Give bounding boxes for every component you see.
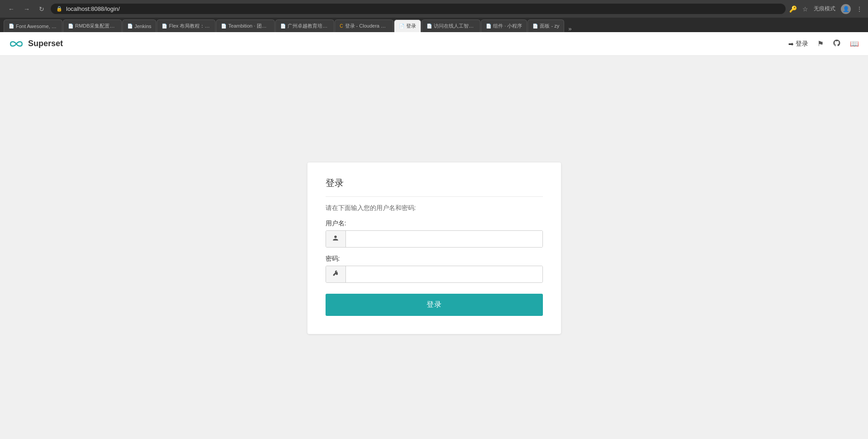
superset-logo bbox=[9, 37, 24, 51]
tab-label: RMDB采集配置列表 bbox=[75, 23, 117, 29]
username-input[interactable] bbox=[346, 231, 542, 247]
tab-icon: 📄 bbox=[68, 24, 73, 29]
github-flag-icon[interactable]: ⚑ bbox=[817, 39, 824, 48]
username-label: 用户名: bbox=[326, 220, 543, 228]
tab-label: 登录 - Cloudera M... bbox=[345, 23, 389, 29]
tab-label: 访问在线人工智能... bbox=[434, 23, 475, 29]
user-icon bbox=[332, 235, 339, 243]
header-login-link[interactable]: ➡ 登录 bbox=[788, 40, 808, 48]
star-icon[interactable]: ☆ bbox=[802, 5, 808, 13]
header-right: ➡ 登录 ⚑ 📖 bbox=[788, 39, 859, 49]
card-title: 登录 bbox=[326, 177, 543, 197]
incognito-label: 无痕模式 bbox=[814, 5, 835, 13]
browser-tabs: 📄 Font Awesome, —... 📄 RMDB采集配置列表 📄 Jenk… bbox=[0, 18, 868, 32]
password-input-wrapper bbox=[326, 266, 543, 283]
password-label: 密码: bbox=[326, 255, 543, 263]
username-icon-box bbox=[326, 231, 346, 247]
login-card: 登录 请在下面输入您的用户名和密码: 用户名: 密码: bbox=[307, 162, 561, 334]
password-icon-box bbox=[326, 266, 346, 282]
book-icon[interactable]: 📖 bbox=[850, 39, 859, 48]
profile-icon[interactable]: 👤 bbox=[841, 4, 851, 14]
tab-rmdb[interactable]: 📄 RMDB采集配置列表 bbox=[63, 19, 122, 32]
tab-icon: 📄 bbox=[280, 24, 286, 29]
tab-flex[interactable]: 📄 Flex 布局教程：语... bbox=[157, 19, 216, 32]
tab-icon: 📄 bbox=[9, 24, 14, 29]
tab-icon: 📄 bbox=[486, 24, 491, 29]
github-icon[interactable] bbox=[833, 39, 841, 49]
menu-icon[interactable]: ⋮ bbox=[856, 5, 863, 13]
tab-label: Jenkins bbox=[134, 24, 151, 29]
browser-toolbar: ← → ↻ 🔒 localhost:8088/login/ 🔑 ☆ 无痕模式 👤… bbox=[0, 0, 868, 18]
tab-font-awesome[interactable]: 📄 Font Awesome, —... bbox=[4, 19, 62, 32]
tab-label: 登录 bbox=[406, 23, 416, 29]
login-arrow-icon: ➡ bbox=[788, 40, 794, 48]
tab-icon: C bbox=[340, 24, 343, 29]
tab-icon: 📄 bbox=[532, 24, 538, 29]
tab-guangzhou[interactable]: 📄 广州卓越教育培训... bbox=[275, 19, 334, 32]
tab-icon: 📄 bbox=[221, 24, 226, 29]
card-subtitle: 请在下面输入您的用户名和密码: bbox=[326, 204, 543, 212]
password-input[interactable] bbox=[346, 266, 542, 282]
lock-icon: 🔒 bbox=[56, 6, 62, 12]
tab-label: Font Awesome, —... bbox=[16, 24, 58, 29]
tab-login-active[interactable]: 📄 登录 bbox=[394, 19, 421, 32]
back-button[interactable]: ← bbox=[5, 5, 17, 14]
tab-teambition[interactable]: 📄 Teambition · 团队... bbox=[216, 19, 275, 32]
tab-label: 组件 · 小程序 bbox=[493, 23, 522, 29]
tab-icon: 📄 bbox=[399, 24, 404, 29]
toolbar-right: 🔑 ☆ 无痕模式 👤 ⋮ bbox=[789, 4, 863, 14]
key-icon bbox=[332, 270, 339, 278]
password-manager-icon[interactable]: 🔑 bbox=[789, 5, 797, 13]
tab-icon: 📄 bbox=[162, 24, 167, 29]
username-input-wrapper bbox=[326, 230, 543, 248]
tab-label: Flex 布局教程：语... bbox=[169, 23, 211, 29]
logo-area: Superset bbox=[9, 37, 63, 51]
tab-label: Teambition · 团队... bbox=[228, 23, 270, 29]
browser-chrome: ← → ↻ 🔒 localhost:8088/login/ 🔑 ☆ 无痕模式 👤… bbox=[0, 0, 868, 32]
tab-label: 面板 - zy bbox=[540, 23, 559, 29]
tab-icon: 📄 bbox=[427, 24, 432, 29]
app-header: Superset ➡ 登录 ⚑ 📖 bbox=[0, 32, 868, 56]
username-group: 用户名: bbox=[326, 220, 543, 248]
app-title: Superset bbox=[28, 39, 63, 48]
main-content: 登录 请在下面输入您的用户名和密码: 用户名: 密码: bbox=[0, 56, 868, 439]
password-group: 密码: bbox=[326, 255, 543, 283]
login-submit-button[interactable]: 登录 bbox=[326, 294, 543, 316]
tab-jenkins[interactable]: 📄 Jenkins bbox=[122, 19, 156, 32]
tab-icon: 📄 bbox=[127, 24, 133, 29]
tab-ai[interactable]: 📄 访问在线人工智能... bbox=[422, 19, 480, 32]
tab-miniprogram[interactable]: 📄 组件 · 小程序 bbox=[481, 19, 527, 32]
tab-cloudera[interactable]: C 登录 - Cloudera M... bbox=[335, 19, 393, 32]
address-bar[interactable]: 🔒 localhost:8088/login/ bbox=[51, 4, 786, 14]
url-text: localhost:8088/login/ bbox=[66, 5, 120, 12]
tab-label: 广州卓越教育培训... bbox=[288, 23, 329, 29]
header-login-text: 登录 bbox=[796, 40, 808, 48]
forward-button[interactable]: → bbox=[21, 5, 33, 14]
tabs-more-button[interactable]: » bbox=[565, 25, 575, 32]
tab-panel[interactable]: 📄 面板 - zy bbox=[528, 19, 564, 32]
reload-button[interactable]: ↻ bbox=[36, 5, 47, 14]
